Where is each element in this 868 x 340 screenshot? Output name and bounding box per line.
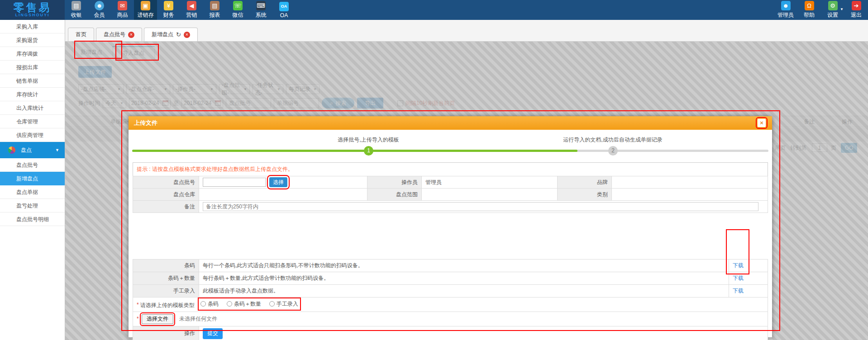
sidebar-item-sales-doc[interactable]: 销售单据 xyxy=(0,74,65,88)
sidebar-item-stocktake-batch[interactable]: 盘点批号 xyxy=(0,158,65,172)
download-barcode-qty-link[interactable]: 下载 xyxy=(733,275,744,281)
radio-label: 手工录入 xyxy=(277,300,298,308)
shop-select[interactable]: -盘点店铺- ▼ xyxy=(78,84,124,94)
sidebar-item-new-stocktake[interactable]: 新增盘点 xyxy=(0,172,65,185)
stocktake-form-table: 盘点批号 选择 操作员 管理员 品牌 xyxy=(133,176,768,213)
radio-manual[interactable]: 手工录入 xyxy=(269,300,298,308)
page-size-select[interactable]: 每页记录 ▼ xyxy=(286,84,320,94)
tab-stocktake-batch[interactable]: 盘点批号 × xyxy=(96,28,142,41)
choose-file-button[interactable]: 选择文件 xyxy=(142,314,173,324)
nav-item-marketing[interactable]: ◀ 营销 xyxy=(180,0,203,20)
logo-title: 零售易 xyxy=(14,3,52,13)
radio-barcode-qty[interactable]: 条码＋数量 xyxy=(227,300,261,308)
table-row: 盘点批号 选择 操作员 管理员 品牌 xyxy=(133,176,768,189)
radio-icon[interactable] xyxy=(227,301,232,307)
sidebar-item-stocktake-doc[interactable]: 盘点单据 xyxy=(0,185,65,199)
warehouse-label: 盘点仓库 xyxy=(133,189,199,201)
close-icon[interactable]: × xyxy=(184,32,190,38)
topbar: 零售易 LINGSHOUYI ▤ 收银 ☻ 会员 ✉ 商品 ▣ 进销存 ¥ 财务… xyxy=(0,0,868,20)
calendar-icon[interactable] xyxy=(215,100,221,106)
search-button[interactable]: ⌕ 搜索 xyxy=(322,98,354,109)
sidebar-item-stock-stats[interactable]: 库存统计 xyxy=(0,88,65,101)
nav-item-finance[interactable]: ¥ 财务 xyxy=(157,0,180,20)
upload-file-modal: 上传文件 × 选择批号,上传导入的模板 运行导入的文档,成功后自动生成单据记录 … xyxy=(129,116,772,337)
subtab-new-stocktake[interactable]: 新增盘点 xyxy=(71,46,112,59)
sidebar-item-profit-loss[interactable]: 盈亏处理 xyxy=(0,199,65,212)
sidebar-item-warehouse-mgmt[interactable]: 仓库管理 xyxy=(0,115,65,128)
page-number-input[interactable] xyxy=(812,143,827,152)
nav-item-inventory[interactable]: ▣ 进销存 xyxy=(134,0,157,20)
nav-item-wechat[interactable]: ☏ 微信 xyxy=(226,0,249,20)
logout-button[interactable]: ➔ 退出 xyxy=(844,0,868,20)
chevron-down-icon: ▼ xyxy=(840,7,844,11)
sidebar-item-label: 盘点单据 xyxy=(16,189,38,195)
last-page-link[interactable]: 尾页 xyxy=(775,144,786,152)
modal-close-button[interactable]: × xyxy=(758,119,766,127)
tab-new-stocktake[interactable]: 新增盘点 ↻ × xyxy=(144,28,198,41)
export-button[interactable]: 导出 xyxy=(357,98,383,109)
column-header-remark: 备注 xyxy=(804,118,815,126)
task-status-select[interactable]: -任务状态- ▼ xyxy=(253,84,283,94)
sidebar-group-stocktake[interactable]: 盘点 ▼ xyxy=(0,142,65,158)
settings-button[interactable]: ⚙ ▼ 设置 xyxy=(821,0,844,20)
refresh-icon[interactable]: ↻ xyxy=(176,31,181,38)
go-button[interactable]: GO xyxy=(841,143,857,153)
nav-label: 进销存 xyxy=(138,11,154,19)
subtab-import-stocktake[interactable]: 导入盘点 xyxy=(112,46,155,59)
bell-icon: Ω xyxy=(805,1,814,10)
sidebar-item-supplier-mgmt[interactable]: 供应商管理 xyxy=(0,128,65,142)
scope-select[interactable]: -盘点范围- ▼ xyxy=(219,84,250,94)
upload-file-button[interactable]: 上传文件 xyxy=(78,66,112,78)
date-to-value: 2018-02-24 xyxy=(184,100,211,106)
chevron-down-icon: ▼ xyxy=(117,87,121,91)
modal-header: 上传文件 × xyxy=(129,116,772,130)
sidebar-item-label: 盘点批号 xyxy=(16,162,38,168)
remark-input[interactable] xyxy=(203,202,758,211)
radio-icon[interactable] xyxy=(269,301,275,307)
radio-barcode[interactable]: 条码 xyxy=(200,300,219,308)
sidebar-item-label: 采购入库 xyxy=(16,24,38,30)
nav-item-oa[interactable]: OA OA xyxy=(272,0,296,20)
nav-item-system[interactable]: ⌨ 系统 xyxy=(249,0,272,20)
batch-value-input[interactable] xyxy=(203,178,266,187)
chevron-down-icon: ▼ xyxy=(164,87,167,91)
sidebar-item-inout-stats[interactable]: 出入库统计 xyxy=(0,101,65,115)
date-from-input[interactable]: 2018-02-24 xyxy=(129,98,171,108)
warehouse-select[interactable]: -盘点仓库- ▼ xyxy=(126,84,170,94)
goto-page-label: 转到第 xyxy=(790,144,806,152)
sidebar: 采购入库 采购退货 库存调拨 报损出库 销售单据 库存统计 出入库统计 仓库管理… xyxy=(0,20,65,340)
operator-select[interactable]: -操作员- ▼ xyxy=(173,84,216,94)
auto-refresh-checkbox[interactable] xyxy=(397,100,403,106)
tab-home[interactable]: 首页 xyxy=(68,28,94,41)
date-to-input[interactable]: 2018-02-24 xyxy=(181,98,223,108)
sidebar-item-label: 供应商管理 xyxy=(16,132,43,138)
go-label: GO xyxy=(845,145,854,151)
help-button[interactable]: Ω 帮助 xyxy=(797,0,821,20)
batch-number-input[interactable] xyxy=(226,98,271,108)
sidebar-item-damage-out[interactable]: 报损出库 xyxy=(0,61,65,74)
doc-number-input[interactable] xyxy=(274,98,319,108)
admin-button[interactable]: ☻ 管理员 xyxy=(774,0,797,20)
choose-batch-button[interactable]: 选择 xyxy=(269,177,287,187)
tab-label: 盘点批号 xyxy=(104,31,125,38)
sidebar-item-purchase-return[interactable]: 采购退货 xyxy=(0,33,65,47)
radio-icon[interactable] xyxy=(200,301,206,307)
sidebar-item-stocktake-batch-detail[interactable]: 盘点批号明细 xyxy=(0,212,65,226)
nav-item-product[interactable]: ✉ 商品 xyxy=(111,0,134,20)
template-type-label: 请选择上传的模板类型 xyxy=(140,302,195,308)
nav-item-cashier[interactable]: ▤ 收银 xyxy=(65,0,88,20)
time-range-select[interactable]: 今天 ▼ xyxy=(103,98,126,108)
radio-label: 条码＋数量 xyxy=(234,300,261,308)
search-label: 搜索 xyxy=(335,99,346,107)
admin-label: 管理员 xyxy=(777,11,794,19)
close-icon[interactable]: × xyxy=(128,32,134,38)
calendar-icon[interactable] xyxy=(162,100,168,106)
sidebar-item-purchase-in[interactable]: 采购入库 xyxy=(0,20,65,33)
nav-item-member[interactable]: ☻ 会员 xyxy=(88,0,111,20)
download-manual-link[interactable]: 下载 xyxy=(733,288,744,294)
modal-title: 上传文件 xyxy=(134,119,157,127)
submit-button[interactable]: 提交 xyxy=(203,328,223,339)
nav-item-report[interactable]: ▤ 报表 xyxy=(203,0,226,20)
subtab-label: 导入盘点 xyxy=(123,50,144,56)
sidebar-item-stock-transfer[interactable]: 库存调拨 xyxy=(0,47,65,61)
